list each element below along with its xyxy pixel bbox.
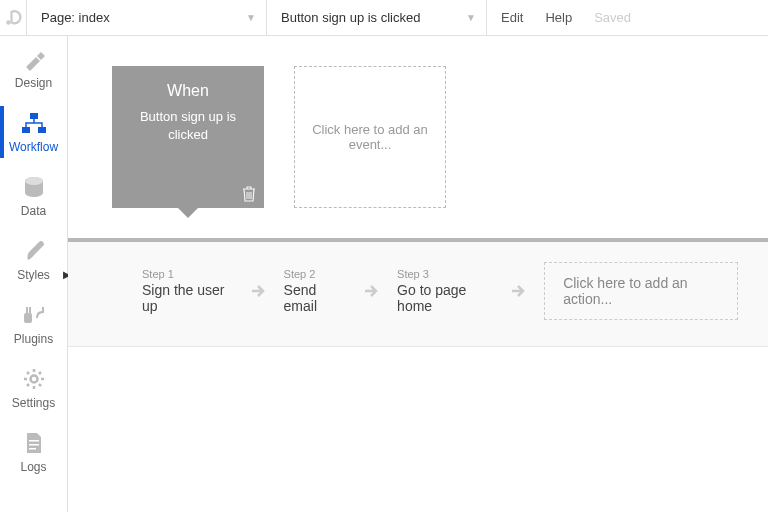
sidebar-item-design[interactable]: Design xyxy=(0,36,67,100)
events-row: When Button sign up is clicked Click her… xyxy=(112,66,768,208)
sidebar-item-logs[interactable]: Logs xyxy=(0,420,67,484)
sidebar-item-settings[interactable]: Settings xyxy=(0,356,67,420)
svg-rect-7 xyxy=(26,307,28,313)
chevron-down-icon: ▼ xyxy=(246,12,256,23)
plugins-icon xyxy=(21,302,47,328)
topbar: Page: index ▼ Button sign up is clicked … xyxy=(0,0,768,36)
step-1[interactable]: Step 1 Sign the user up xyxy=(142,268,232,314)
svg-rect-18 xyxy=(29,440,39,442)
svg-line-17 xyxy=(39,372,41,374)
add-action-label: Click here to add an action... xyxy=(563,275,688,307)
svg-rect-3 xyxy=(38,127,46,133)
step-title: Send email xyxy=(284,282,346,314)
sidebar-item-label: Plugins xyxy=(14,332,53,346)
data-icon xyxy=(21,174,47,200)
event-pointer xyxy=(178,208,198,218)
gear-icon xyxy=(21,366,47,392)
step-3[interactable]: Step 3 Go to page home xyxy=(397,268,492,314)
styles-icon xyxy=(21,238,47,264)
sidebar-item-label: Data xyxy=(21,204,46,218)
svg-line-16 xyxy=(27,384,29,386)
svg-rect-19 xyxy=(29,444,39,446)
add-event-label: Click here to add an event... xyxy=(305,122,435,152)
sidebar-item-label: Design xyxy=(15,76,52,90)
svg-rect-20 xyxy=(29,448,36,450)
step-title: Go to page home xyxy=(397,282,492,314)
page-dropdown[interactable]: Page: index ▼ xyxy=(27,0,267,35)
help-link[interactable]: Help xyxy=(545,10,572,25)
add-event-card[interactable]: Click here to add an event... xyxy=(294,66,446,208)
sidebar-item-workflow[interactable]: Workflow xyxy=(0,100,67,164)
trash-icon[interactable] xyxy=(242,186,256,202)
workflow-icon xyxy=(21,110,47,136)
page-dropdown-label: Page: index xyxy=(41,10,110,25)
step-label: Step 2 xyxy=(284,268,346,280)
event-when-label: When xyxy=(167,82,209,100)
add-action-button[interactable]: Click here to add an action... xyxy=(544,262,738,320)
arrow-icon xyxy=(363,283,379,299)
chevron-down-icon: ▼ xyxy=(466,12,476,23)
sidebar-item-label: Workflow xyxy=(9,140,58,154)
svg-rect-8 xyxy=(29,307,31,313)
svg-rect-2 xyxy=(22,127,30,133)
main: Design Workflow Data Styles Plugins Sett… xyxy=(0,36,768,512)
svg-line-14 xyxy=(27,372,29,374)
steps-bar: Step 1 Sign the user up Step 2 Send emai… xyxy=(68,238,768,347)
app-logo[interactable] xyxy=(0,0,27,35)
topbar-links: Edit Help Saved xyxy=(487,0,645,35)
svg-point-0 xyxy=(6,20,11,25)
arrow-icon xyxy=(510,283,526,299)
sidebar-item-data[interactable]: Data xyxy=(0,164,67,228)
svg-rect-1 xyxy=(30,113,38,119)
svg-line-15 xyxy=(39,384,41,386)
step-label: Step 3 xyxy=(397,268,492,280)
event-card-selected[interactable]: When Button sign up is clicked xyxy=(112,66,264,208)
step-2[interactable]: Step 2 Send email xyxy=(284,268,346,314)
event-dropdown[interactable]: Button sign up is clicked ▼ xyxy=(267,0,487,35)
design-icon xyxy=(21,46,47,72)
sidebar-item-label: Settings xyxy=(12,396,55,410)
step-title: Sign the user up xyxy=(142,282,232,314)
svg-rect-6 xyxy=(24,313,32,323)
event-description: Button sign up is clicked xyxy=(122,108,254,144)
arrow-icon xyxy=(250,283,266,299)
edit-link[interactable]: Edit xyxy=(501,10,523,25)
workflow-canvas: When Button sign up is clicked Click her… xyxy=(68,36,768,512)
sidebar-item-label: Styles xyxy=(17,268,50,282)
saved-status: Saved xyxy=(594,10,631,25)
svg-point-5 xyxy=(25,177,43,185)
svg-point-9 xyxy=(30,376,37,383)
sidebar-item-label: Logs xyxy=(20,460,46,474)
logs-icon xyxy=(21,430,47,456)
sidebar-item-plugins[interactable]: Plugins xyxy=(0,292,67,356)
sidebar: Design Workflow Data Styles Plugins Sett… xyxy=(0,36,68,512)
event-dropdown-label: Button sign up is clicked xyxy=(281,10,420,25)
step-label: Step 1 xyxy=(142,268,232,280)
sidebar-item-styles[interactable]: Styles xyxy=(0,228,67,292)
